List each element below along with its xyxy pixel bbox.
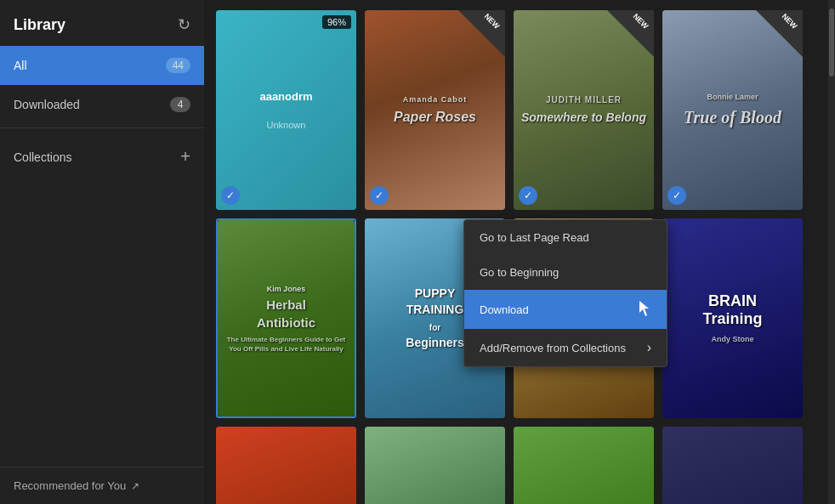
sidebar-item-downloaded-label: Downloaded — [14, 98, 80, 111]
book-cell-5[interactable]: Kim Jones HerbalAntibiotic The Ultimate … — [216, 218, 356, 418]
book-cover-3: JUDITH MILLER Somewhere to Belong — [514, 10, 654, 210]
ctx-download-label: Download — [480, 303, 529, 316]
book-3-title-text: Somewhere to Belong — [520, 110, 647, 127]
book-3-author-label: JUDITH MILLER — [520, 94, 647, 106]
book-4-check: ✓ — [667, 186, 686, 205]
scrollbar-thumb[interactable] — [829, 8, 834, 76]
book-cell-9[interactable]: Digital Photography — [216, 427, 356, 504]
sidebar-header: Library ↻ — [0, 0, 204, 46]
ctx-goto-beginning-label: Go to Beginning — [480, 266, 559, 279]
book-5-desc: The Ultimate Beginners Guide to Get You … — [224, 335, 348, 354]
book-5-author: Kim Jones — [224, 283, 348, 294]
book-2-check: ✓ — [370, 186, 389, 205]
ctx-add-remove-collections[interactable]: Add/Remove from Collections › — [464, 329, 667, 366]
book-cell-4[interactable]: Bonnie Lamer True of Blood NEW ✓ — [662, 10, 803, 210]
book-cell-12[interactable]: Photography Lighting — [662, 427, 803, 504]
book-4-title-text: True of Blood — [669, 105, 796, 129]
book-3-title: JUDITH MILLER Somewhere to Belong — [520, 94, 647, 127]
book-cover-10: Sophie Miller Make Your Life Way Easier — [365, 427, 505, 504]
ctx-arrow-icon: › — [647, 340, 651, 355]
cursor-svg — [639, 301, 651, 318]
sidebar-item-downloaded[interactable]: Downloaded 4 — [0, 85, 204, 124]
book-cover-4: Bonnie Lamer True of Blood — [662, 10, 803, 210]
check-icon-2: ✓ — [375, 190, 383, 201]
book-cover-11: Survival Pantry Essential Guide — [514, 427, 654, 504]
new-badge-text-3: NEW — [632, 12, 650, 31]
book-4-title: Bonnie Lamer True of Blood — [669, 91, 796, 129]
book-8-title: BRAINTraining Andy Stone — [669, 292, 796, 345]
book-1-check: ✓ — [221, 186, 240, 205]
sidebar-bottom: Recommended for You ↗ — [0, 467, 204, 504]
sidebar-downloaded-badge: 4 — [170, 97, 190, 112]
recommended-label: Recommended for You — [14, 479, 126, 492]
book-cover-1: aaanodrm Unknown — [216, 10, 356, 210]
book-1-progress: 96% — [322, 15, 351, 29]
book-cell-3[interactable]: JUDITH MILLER Somewhere to Belong NEW ✓ — [514, 10, 654, 210]
refresh-icon[interactable]: ↻ — [178, 15, 190, 34]
book-cell-2[interactable]: Amanda Cabot Paper Roses NEW ✓ — [365, 10, 505, 210]
check-icon-3: ✓ — [524, 190, 532, 201]
book-1-title: aaanodrm — [259, 90, 312, 103]
book-cover-2: Amanda Cabot Paper Roses — [365, 10, 505, 210]
sidebar-item-all-label: All — [14, 59, 27, 72]
book-cell-11[interactable]: Survival Pantry Essential Guide — [514, 427, 654, 504]
context-menu: Go to Last Page Read Go to Beginning Dow… — [463, 219, 667, 367]
check-icon-4: ✓ — [673, 190, 681, 201]
sidebar-divider-1 — [0, 127, 204, 128]
sidebar-item-all[interactable]: All 44 — [0, 46, 204, 85]
book-5-title: Kim Jones HerbalAntibiotic The Ultimate … — [224, 283, 348, 354]
book-2-title: Amanda Cabot Paper Roses — [372, 93, 498, 127]
book-cell-1[interactable]: aaanodrm Unknown 96% ✓ — [216, 10, 356, 210]
book-cover-5: Kim Jones HerbalAntibiotic The Ultimate … — [218, 220, 355, 416]
new-badge-text-2: NEW — [483, 12, 502, 31]
book-5-title-text: HerbalAntibiotic — [224, 296, 348, 331]
check-icon-1: ✓ — [226, 190, 235, 201]
collections-label: Collections — [14, 150, 71, 164]
sidebar: Library ↻ All 44 Downloaded 4 Collection… — [0, 0, 204, 504]
ctx-add-remove-label: Add/Remove from Collections — [480, 342, 626, 354]
sidebar-all-badge: 44 — [166, 58, 190, 73]
book-8-title-text: BRAINTraining — [669, 292, 796, 329]
book-cover-12: Photography Lighting — [662, 427, 803, 504]
sidebar-title: Library — [14, 16, 65, 34]
main-content: aaanodrm Unknown 96% ✓ Amanda Cabot Pape… — [204, 0, 828, 504]
ctx-download[interactable]: Download — [464, 290, 667, 329]
book-2-author: Amanda Cabot — [372, 93, 498, 105]
external-link-icon: ↗ — [131, 480, 139, 492]
ctx-goto-beginning[interactable]: Go to Beginning — [464, 255, 667, 290]
sidebar-collections-section: Collections + — [0, 132, 204, 182]
add-collection-icon[interactable]: + — [180, 147, 190, 167]
book-cover-8: BRAINTraining Andy Stone — [662, 218, 803, 418]
book-cell-8[interactable]: BRAINTraining Andy Stone — [662, 218, 803, 418]
ctx-goto-last-page-label: Go to Last Page Read — [480, 231, 589, 244]
book-2-title-text: Paper Roses — [372, 108, 498, 127]
recommended-link[interactable]: Recommended for You ↗ — [14, 479, 190, 492]
book-cell-10[interactable]: Sophie Miller Make Your Life Way Easier — [365, 427, 505, 504]
book-4-author: Bonnie Lamer — [669, 91, 796, 102]
cursor-icon — [639, 301, 651, 318]
book-3-check: ✓ — [519, 186, 537, 205]
ctx-goto-last-page[interactable]: Go to Last Page Read — [464, 220, 667, 255]
book-1-subtitle: Unknown — [267, 120, 306, 130]
book-cover-9: Digital Photography — [216, 427, 356, 504]
scrollbar[interactable] — [828, 0, 835, 504]
book-8-author: Andy Stone — [669, 334, 796, 345]
new-badge-text-4: NEW — [781, 12, 799, 31]
